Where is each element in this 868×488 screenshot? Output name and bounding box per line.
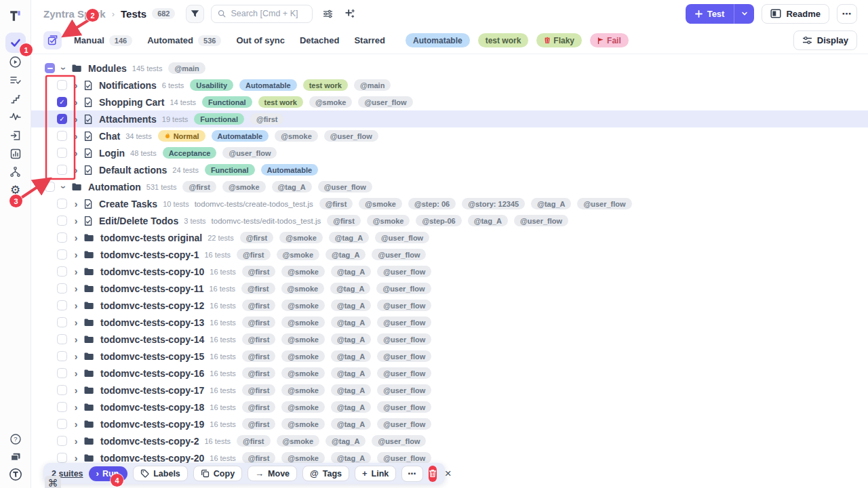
tag-pill[interactable]: @tag_A <box>329 232 369 243</box>
tag-pill[interactable]: @first <box>319 198 353 209</box>
row-checkbox[interactable] <box>57 300 67 310</box>
search-input[interactable] <box>231 9 306 18</box>
tag-pill[interactable]: @smoke <box>281 266 325 277</box>
filter-tag-pill[interactable]: Automatable <box>406 33 470 47</box>
row-checkbox[interactable] <box>45 63 55 73</box>
tree-row[interactable]: ›Chat34 testsNormalAutomatable@smoke@use… <box>31 127 868 144</box>
tag-pill[interactable]: @first <box>242 452 276 464</box>
tag-pill[interactable]: @smoke <box>281 418 325 430</box>
chevron-right-icon[interactable]: › <box>72 352 80 361</box>
tag-pill[interactable]: @first <box>242 367 276 379</box>
tag-pill[interactable]: @user_flow <box>375 232 429 243</box>
suite-name[interactable]: todomvc-tests-copy-14 <box>100 334 204 345</box>
tag-pill[interactable]: @step: 06 <box>408 198 456 209</box>
tag-pill[interactable]: @tag_A <box>331 350 371 362</box>
tree-row[interactable]: ›Edit/Delete Todos3 teststodomvc-tests/e… <box>31 212 868 229</box>
tag-pill[interactable]: @first <box>242 300 276 311</box>
link-button[interactable]: +Link <box>355 466 396 481</box>
tree-row[interactable]: ›Modules145 tests@main <box>31 60 868 77</box>
label-pill[interactable]: Automatable <box>261 164 319 176</box>
tag-pill[interactable]: @first <box>242 266 276 277</box>
tree-row[interactable]: ›Shopping Cart14 testsFunctionaltest wor… <box>31 94 868 110</box>
tag-pill[interactable]: @smoke <box>359 198 402 209</box>
search-box[interactable] <box>211 5 313 23</box>
filter-item[interactable]: Starred <box>354 35 385 45</box>
tree-row[interactable]: ›todomvc-tests-copy-1816 tests@first@smo… <box>31 399 868 415</box>
tree-row[interactable]: ›Default actions24 testsFunctionalAutoma… <box>31 161 868 178</box>
chevron-right-icon[interactable]: › <box>72 81 80 90</box>
tag-pill[interactable]: @user_flow <box>377 333 431 345</box>
sidebar-footer-brand[interactable] <box>5 464 26 484</box>
tag-pill[interactable]: @user_flow <box>377 418 431 430</box>
label-pill[interactable]: test work <box>258 96 303 108</box>
suite-name[interactable]: Chat <box>99 131 120 142</box>
tag-pill[interactable]: @tag_A <box>326 249 366 260</box>
row-checkbox[interactable] <box>57 368 67 378</box>
tag-pill[interactable]: @user_flow <box>577 198 631 209</box>
suite-name[interactable]: todomvc-tests-copy-20 <box>100 453 204 464</box>
sidebar-item-branches[interactable] <box>5 163 26 181</box>
suite-name[interactable]: Create Tasks <box>99 199 157 209</box>
sidebar-item-steps[interactable] <box>5 89 26 108</box>
tree-row[interactable]: ›Attachments19 testsFunctional@first <box>31 110 868 127</box>
tag-pill[interactable]: @first <box>242 401 276 413</box>
filter-tag-pill[interactable]: Flaky <box>536 33 582 47</box>
tag-pill[interactable]: @user_flow <box>372 435 426 447</box>
row-checkbox[interactable] <box>57 249 67 260</box>
tag-pill[interactable]: @user_flow <box>377 384 431 396</box>
tag-pill[interactable]: @user_flow <box>377 266 431 277</box>
chevron-right-icon[interactable]: › <box>72 233 80 243</box>
sidebar-item-analytics[interactable] <box>5 144 26 163</box>
suite-name[interactable]: todomvc-tests-copy-16 <box>100 368 204 379</box>
tag-pill[interactable]: @first <box>250 113 284 125</box>
sidebar-footer-docs[interactable] <box>5 447 26 466</box>
new-test-dropdown-button[interactable] <box>734 4 754 24</box>
chevron-right-icon[interactable]: › <box>72 115 80 124</box>
sidebar-item-import[interactable] <box>5 126 26 144</box>
row-checkbox[interactable] <box>57 419 67 429</box>
labels-button[interactable]: Labels <box>133 466 188 481</box>
tag-pill[interactable]: @tag_A <box>326 435 366 447</box>
suite-name[interactable]: todomvc-tests-copy-2 <box>100 436 199 447</box>
tag-pill[interactable]: @smoke <box>281 283 325 294</box>
tag-pill[interactable]: @user_flow <box>377 367 431 379</box>
copy-button[interactable]: Copy <box>193 466 242 481</box>
row-checkbox[interactable] <box>57 351 67 361</box>
row-checkbox[interactable] <box>57 131 67 141</box>
chevron-down-icon[interactable]: › <box>59 64 68 73</box>
tag-pill[interactable]: @tag_A <box>331 384 371 396</box>
tag-pill[interactable]: @user_flow <box>377 401 431 413</box>
tag-pill[interactable]: @smoke <box>367 215 410 226</box>
tag-pill[interactable]: @first <box>237 435 271 447</box>
suite-name[interactable]: Attachments <box>99 114 157 125</box>
suite-name[interactable]: todomvc-tests-copy-10 <box>100 266 204 277</box>
row-checkbox[interactable] <box>57 334 67 344</box>
tag-pill[interactable]: @main <box>354 79 391 91</box>
tag-pill[interactable]: @first <box>242 350 276 362</box>
tag-pill[interactable]: @smoke <box>281 452 325 464</box>
label-pill[interactable]: Usability <box>190 79 233 91</box>
row-checkbox[interactable] <box>57 80 67 90</box>
label-pill[interactable]: Functional <box>202 96 252 108</box>
suite-name[interactable]: todomvc-tests-copy-15 <box>100 351 204 362</box>
tag-pill[interactable]: @tag_A <box>330 283 370 294</box>
chevron-right-icon[interactable]: › <box>72 318 80 327</box>
label-pill[interactable]: Automatable <box>239 79 297 91</box>
tag-pill[interactable]: @tag_A <box>331 266 371 277</box>
tag-pill[interactable]: @smoke <box>281 350 325 362</box>
tag-pill[interactable]: @user_flow <box>377 350 431 362</box>
tag-pill[interactable]: @user_flow <box>377 452 431 464</box>
suite-name[interactable]: todomvc-tests-copy-12 <box>100 300 204 311</box>
chevron-right-icon[interactable]: › <box>72 420 80 429</box>
suite-name[interactable]: Notifications <box>99 80 157 91</box>
chevron-right-icon[interactable]: › <box>72 216 80 226</box>
more-options-button[interactable]: ⋯ <box>837 4 857 24</box>
tag-pill[interactable]: @smoke <box>281 333 325 345</box>
chevron-right-icon[interactable]: › <box>72 369 80 378</box>
tag-pill[interactable]: @story: 12345 <box>462 198 525 209</box>
sidebar-item-pulse[interactable] <box>5 108 26 126</box>
tree-row[interactable]: ›todomvc-tests-copy-1016 tests@first@smo… <box>31 263 868 280</box>
chevron-right-icon[interactable]: › <box>72 403 80 412</box>
readme-button[interactable]: Readme <box>762 4 829 24</box>
tag-pill[interactable]: @smoke <box>222 181 266 192</box>
